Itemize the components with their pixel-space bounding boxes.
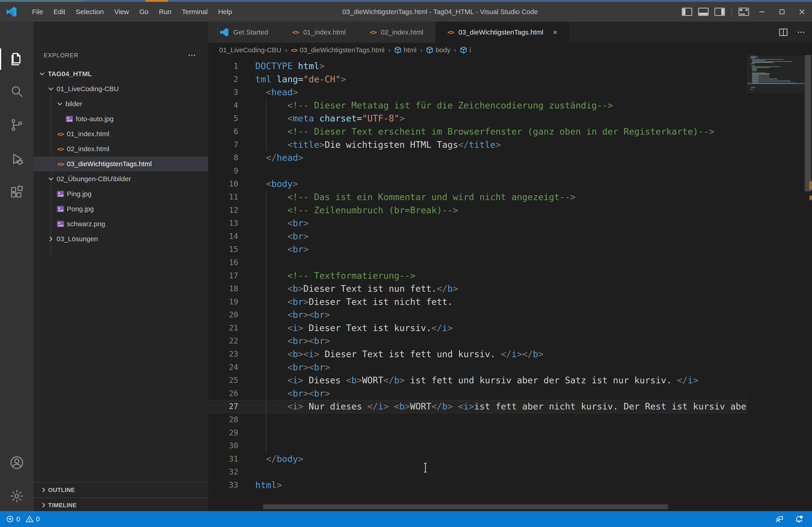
tree-item-01-livecoding-cbu[interactable]: 01_LiveCoding-CBU bbox=[34, 81, 208, 96]
tree-item-03-l-sungen[interactable]: 03_Lösungen bbox=[34, 231, 208, 246]
menu-item-view[interactable]: View bbox=[109, 8, 134, 16]
line-number: 4 bbox=[208, 99, 238, 112]
menu-item-help[interactable]: Help bbox=[213, 8, 237, 16]
image-file-icon bbox=[56, 190, 66, 197]
problems-status[interactable]: 0 0 bbox=[6, 515, 43, 523]
tree-item-02-bungen-cbu-bilder[interactable]: 02_Übungen-CBU\bilder bbox=[34, 171, 208, 186]
close-button[interactable] bbox=[792, 2, 812, 22]
controls-divider bbox=[731, 8, 732, 16]
minimap-line bbox=[751, 65, 754, 66]
tree-item-pong-jpg[interactable]: Pong.jpg bbox=[34, 201, 208, 216]
window-title: 03_dieWichtigstenTags.html - Tag04_HTML … bbox=[342, 8, 538, 16]
line-number: 32 bbox=[208, 465, 238, 479]
code-line-5: 5 <meta charset="UTF-8"> bbox=[208, 112, 747, 125]
maximize-button[interactable] bbox=[772, 2, 792, 22]
tab-02-index-html[interactable]: <>02_index.html bbox=[358, 22, 436, 43]
breadcrumb-item-03-diewichtigstentags-html[interactable]: <>03_dieWichtigstenTags.html bbox=[291, 46, 385, 54]
breadcrumb-item-html[interactable]: html bbox=[394, 46, 417, 54]
minimap-line bbox=[752, 60, 765, 61]
code-text: <br><br> bbox=[255, 308, 747, 322]
window-controls bbox=[679, 2, 812, 22]
code-line-26: 26 <br><br> bbox=[208, 387, 747, 400]
feedback-icon[interactable] bbox=[770, 514, 789, 524]
mouse-ibeam-cursor bbox=[423, 463, 427, 472]
menu-item-run[interactable]: Run bbox=[154, 8, 177, 16]
toggle-panel-icon[interactable] bbox=[698, 8, 709, 16]
breadcrumb-item-i[interactable]: i bbox=[460, 46, 471, 54]
line-number: 33 bbox=[208, 479, 238, 492]
code-line-21: 21 <i> Dieser Text ist kursiv.</i> bbox=[208, 322, 747, 334]
sidebar-section-outline[interactable]: OUTLINE bbox=[34, 482, 208, 497]
activity-account-icon[interactable] bbox=[0, 450, 34, 475]
horizontal-scrollbar[interactable] bbox=[208, 504, 747, 510]
tree-item-03-diewichtigstentags-html[interactable]: <>03_dieWichtigstenTags.html bbox=[34, 156, 208, 171]
code-line-19: 19 <br>Dieser Text ist nicht fett. bbox=[208, 295, 747, 309]
split-editor-icon[interactable] bbox=[778, 27, 788, 37]
symbol-element-icon bbox=[460, 46, 467, 54]
activity-search-icon[interactable] bbox=[0, 79, 34, 104]
sidebar-section-timeline[interactable]: TIMELINE bbox=[34, 497, 208, 511]
breadcrumb-label: 01_LiveCoding-CBU bbox=[219, 46, 281, 54]
activity-run-debug-icon[interactable] bbox=[0, 146, 34, 171]
line-number: 25 bbox=[208, 374, 238, 387]
code-editor[interactable]: 1DOCTYPE html>2tml lang="de-CH">3 <head>… bbox=[208, 57, 747, 505]
breadcrumb-item-01-livecoding-cbu[interactable]: 01_LiveCoding-CBU bbox=[219, 46, 281, 54]
vertical-scrollbar[interactable] bbox=[804, 57, 812, 505]
code-text: <b>Dieser Text ist nun fett.</b> bbox=[255, 282, 747, 295]
html-file-icon: <> bbox=[292, 29, 299, 36]
vscode-logo-icon bbox=[6, 6, 17, 17]
code-text: <br><br> bbox=[255, 361, 747, 374]
toggle-sidebar-icon[interactable] bbox=[682, 8, 692, 16]
minimap[interactable] bbox=[747, 57, 804, 505]
notifications-bell-icon[interactable] bbox=[789, 514, 809, 524]
menu-item-go[interactable]: Go bbox=[134, 8, 154, 16]
tab-01-index-html[interactable]: <>01_index.html bbox=[280, 22, 358, 43]
activity-extensions-icon[interactable] bbox=[0, 180, 34, 205]
minimap-line bbox=[752, 78, 758, 79]
status-right-group bbox=[770, 511, 809, 527]
error-count: 0 bbox=[16, 515, 20, 523]
sidebar-section-label: TIMELINE bbox=[48, 502, 77, 509]
tree-item-tag04-html[interactable]: TAG04_HTML bbox=[34, 66, 208, 81]
toggle-secondary-sidebar-icon[interactable] bbox=[714, 8, 725, 16]
customize-layout-icon[interactable] bbox=[739, 8, 749, 16]
tab-03-diewichtigstentags-html[interactable]: <>03_dieWichtigstenTags.html× bbox=[436, 22, 570, 43]
tab-close-icon[interactable]: × bbox=[553, 28, 557, 37]
menu-item-edit[interactable]: Edit bbox=[48, 8, 71, 16]
menu-item-file[interactable]: File bbox=[27, 8, 48, 16]
titlebar: FileEditSelectionViewGoRunTerminalHelp 0… bbox=[0, 2, 812, 22]
minimap-line bbox=[752, 70, 757, 71]
chevron-down-icon bbox=[56, 100, 64, 107]
line-number: 15 bbox=[208, 243, 238, 256]
vscode-window: FileEditSelectionViewGoRunTerminalHelp 0… bbox=[0, 0, 812, 527]
breadcrumb-item-body[interactable]: body bbox=[426, 46, 450, 54]
minimize-button[interactable] bbox=[752, 2, 772, 22]
tree-item-bilder[interactable]: bilder bbox=[34, 96, 208, 111]
explorer-header: EXPLORER bbox=[44, 48, 79, 63]
tree-item-foto-auto-jpg[interactable]: foto-auto.jpg bbox=[34, 111, 208, 126]
horizontal-scrollbar-slider[interactable] bbox=[263, 504, 668, 509]
html-file-icon: <> bbox=[370, 29, 376, 36]
breadcrumb-label: 03_dieWichtigstenTags.html bbox=[300, 46, 385, 54]
tree-item-ping-jpg[interactable]: Ping.jpg bbox=[34, 186, 208, 201]
tree-item-02-index-html[interactable]: <>02_index.html bbox=[34, 141, 208, 156]
tab-get-started[interactable]: Get Started bbox=[208, 22, 280, 43]
activity-source-control-icon[interactable] bbox=[0, 113, 34, 138]
more-actions-icon[interactable] bbox=[797, 28, 806, 37]
activity-settings-icon[interactable] bbox=[0, 484, 34, 509]
code-line-29: 29 bbox=[208, 426, 747, 440]
menu-item-terminal[interactable]: Terminal bbox=[177, 8, 213, 16]
html-file-icon: <> bbox=[447, 29, 454, 36]
tree-item-schwarz-png[interactable]: schwarz.png bbox=[34, 216, 208, 231]
code-line-15: 15 <br> bbox=[208, 243, 747, 256]
minimap-line bbox=[752, 76, 769, 77]
line-number: 6 bbox=[208, 125, 238, 138]
code-line-27: 27 <i> Nur dieses </i> <b>WORT</b> <i>is… bbox=[208, 400, 747, 413]
code-text: </head> bbox=[255, 151, 747, 165]
vertical-scrollbar-slider[interactable] bbox=[805, 55, 811, 191]
explorer-more-actions-icon[interactable] bbox=[187, 51, 197, 60]
activity-files-icon[interactable] bbox=[0, 47, 34, 72]
tree-item-01-index-html[interactable]: <>01_index.html bbox=[34, 126, 208, 141]
line-number: 14 bbox=[208, 230, 238, 243]
menu-item-selection[interactable]: Selection bbox=[71, 8, 109, 16]
